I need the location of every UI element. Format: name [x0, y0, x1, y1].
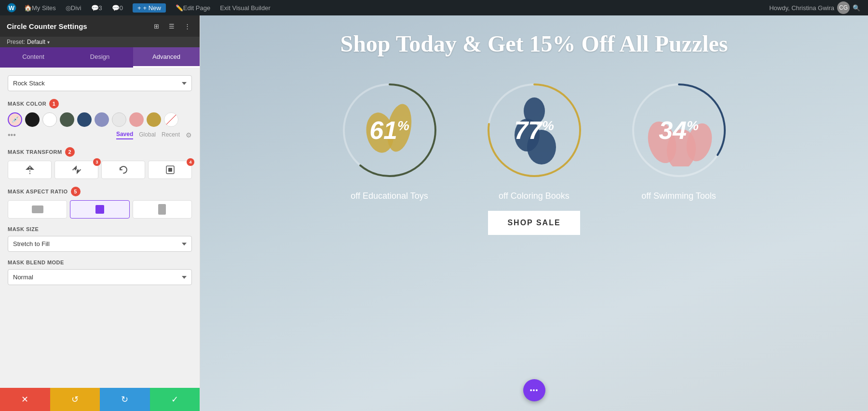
- rotate-btn[interactable]: [101, 161, 145, 179]
- aspect-wide-shape: [32, 206, 43, 213]
- save-icon: ✓: [171, 394, 178, 405]
- recent-tab[interactable]: Recent: [162, 131, 180, 139]
- flip-horizontal-btn[interactable]: [8, 161, 52, 179]
- redo-button[interactable]: ↻: [100, 388, 150, 411]
- circle-container-1: 61%: [337, 77, 443, 183]
- color-tabs: ••• Saved Global Recent ⚙: [8, 131, 192, 139]
- mask-transform-label: Mask Transform 2: [8, 147, 192, 157]
- preset-label: Preset:: [7, 39, 25, 45]
- mask-color-label: Mask Color 1: [8, 99, 192, 109]
- aspect-wide-btn[interactable]: [8, 200, 67, 219]
- wp-admin-bar: W 🏠 My Sites ◎ Divi 💬 3 💬 0 + + New ✏️ E…: [0, 0, 868, 15]
- edit-icon: ✏️: [176, 4, 183, 12]
- notifications-menu[interactable]: 💬 0: [107, 0, 128, 15]
- preset-bar: Preset: Default ▾: [0, 37, 200, 47]
- aspect-tall-btn[interactable]: [133, 200, 192, 219]
- divi-icon: ◎: [66, 4, 71, 12]
- preset-name: Default: [27, 39, 45, 45]
- settings-icon[interactable]: ⚙: [186, 131, 192, 139]
- mask-aspect-ratio-label: Mask Aspect Ratio 5: [8, 187, 192, 196]
- cancel-button[interactable]: ✕: [0, 388, 50, 411]
- reset-btn[interactable]: 4: [148, 161, 192, 179]
- circle-inner-1: 61%: [337, 77, 443, 183]
- circle-inner-3: 34%: [626, 77, 732, 183]
- aspect-square-shape: [95, 205, 104, 214]
- aspect-square-btn[interactable]: [70, 200, 129, 219]
- circle-pct-1: 61%: [369, 118, 409, 143]
- font-select[interactable]: Rock Stack: [8, 75, 192, 91]
- transform-grid: 3 4: [8, 161, 192, 179]
- undo-button[interactable]: ↺: [50, 388, 100, 411]
- user-menu[interactable]: Howdy, Christina Gwira CG 🔍: [765, 1, 864, 14]
- page-content: Shop Today & Get 15% Off All Puzzles: [200, 15, 868, 411]
- color-swatch-lavender[interactable]: [95, 112, 109, 127]
- color-swatch-slash[interactable]: [164, 112, 178, 127]
- global-tab[interactable]: Global: [139, 131, 156, 139]
- my-sites-menu[interactable]: 🏠 My Sites: [19, 0, 61, 15]
- avatar: CG: [837, 1, 850, 14]
- undo-icon: ↺: [71, 394, 79, 405]
- mask-size-section: Mask Size Stretch to Fill Fit Cover: [8, 226, 192, 252]
- color-swatch-gold[interactable]: [147, 112, 161, 127]
- shop-sale-button[interactable]: SHOP SALE: [488, 211, 580, 235]
- divi-menu[interactable]: ◎ Divi: [61, 0, 86, 15]
- saved-tab[interactable]: Saved: [116, 131, 133, 139]
- comments-menu[interactable]: 💬 3: [86, 0, 107, 15]
- tab-design[interactable]: Design: [67, 47, 133, 68]
- edit-page-btn[interactable]: ✏️ Edit Page: [171, 0, 215, 15]
- home-icon: 🏠: [24, 4, 32, 12]
- tab-advanced[interactable]: Advanced: [133, 47, 200, 68]
- circle-label-2: off Coloring Books: [499, 191, 570, 201]
- chevron-down-icon[interactable]: ▾: [47, 40, 50, 45]
- pin-icon[interactable]: ⊞: [150, 20, 162, 32]
- cancel-icon: ✕: [21, 394, 28, 405]
- color-swatches: 💉: [8, 112, 192, 127]
- dots-icon[interactable]: •••: [8, 131, 16, 139]
- page-content-area: Shop Today & Get 15% Off All Puzzles: [200, 15, 868, 411]
- save-button[interactable]: ✓: [150, 388, 200, 411]
- main-area: Circle Counter Settings ⊞ ☰ ⋮ Preset: De…: [0, 15, 868, 411]
- circle-container-2: 77%: [481, 77, 587, 183]
- panel-title: Circle Counter Settings: [7, 22, 87, 30]
- mask-size-select[interactable]: Stretch to Fill Fit Cover: [8, 236, 192, 252]
- redo-icon: ↻: [121, 394, 128, 405]
- settings-panel: Circle Counter Settings ⊞ ☰ ⋮ Preset: De…: [0, 15, 200, 411]
- eyedropper-swatch[interactable]: 💉: [8, 112, 22, 127]
- panel-content: Rock Stack Mask Color 1 💉: [0, 68, 200, 388]
- columns-icon[interactable]: ☰: [166, 20, 177, 32]
- svg-rect-5: [168, 168, 172, 172]
- svg-text:W: W: [9, 4, 15, 12]
- tab-bar: Content Design Advanced: [0, 47, 200, 68]
- tab-content[interactable]: Content: [0, 47, 67, 68]
- flip-vertical-btn[interactable]: 3: [54, 161, 98, 179]
- plus-icon: +: [137, 4, 141, 12]
- exit-visual-builder-btn[interactable]: Exit Visual Builder: [215, 0, 275, 15]
- color-swatch-pink[interactable]: [129, 112, 144, 127]
- badge-5: 5: [71, 187, 81, 196]
- mask-color-section: Mask Color 1 💉: [8, 99, 192, 139]
- new-menu[interactable]: + + New: [128, 0, 171, 15]
- shop-sale-section: SHOP SALE: [488, 211, 580, 235]
- color-swatch-white[interactable]: [42, 112, 57, 127]
- color-swatch-green[interactable]: [60, 112, 74, 127]
- badge-4: 4: [187, 158, 194, 166]
- circle-item-1: 61% off Educational Toys: [337, 77, 443, 201]
- promo-banner: Shop Today & Get 15% Off All Puzzles: [330, 15, 737, 68]
- circle-container-3: 34%: [626, 77, 732, 183]
- notification-icon: 💬: [112, 4, 120, 12]
- aspect-tall-shape: [158, 204, 166, 215]
- comment-icon: 💬: [91, 4, 99, 12]
- color-swatch-blue[interactable]: [77, 112, 92, 127]
- color-swatch-lightgray[interactable]: [112, 112, 126, 127]
- mask-blend-label: Mask Blend Mode: [8, 260, 192, 265]
- wp-logo[interactable]: W: [4, 0, 19, 15]
- panel-header: Circle Counter Settings ⊞ ☰ ⋮: [0, 15, 200, 37]
- color-swatch-black[interactable]: [25, 112, 40, 127]
- badge-1: 1: [49, 99, 59, 109]
- mask-transform-section: Mask Transform 2 3: [8, 147, 192, 179]
- mask-blend-select[interactable]: Normal Multiply Screen Overlay: [8, 269, 192, 285]
- circle-pct-2: 77%: [514, 118, 554, 143]
- divi-fab-button[interactable]: •••: [523, 379, 545, 401]
- panel-footer: ✕ ↺ ↻ ✓: [0, 388, 200, 411]
- more-icon[interactable]: ⋮: [181, 20, 193, 32]
